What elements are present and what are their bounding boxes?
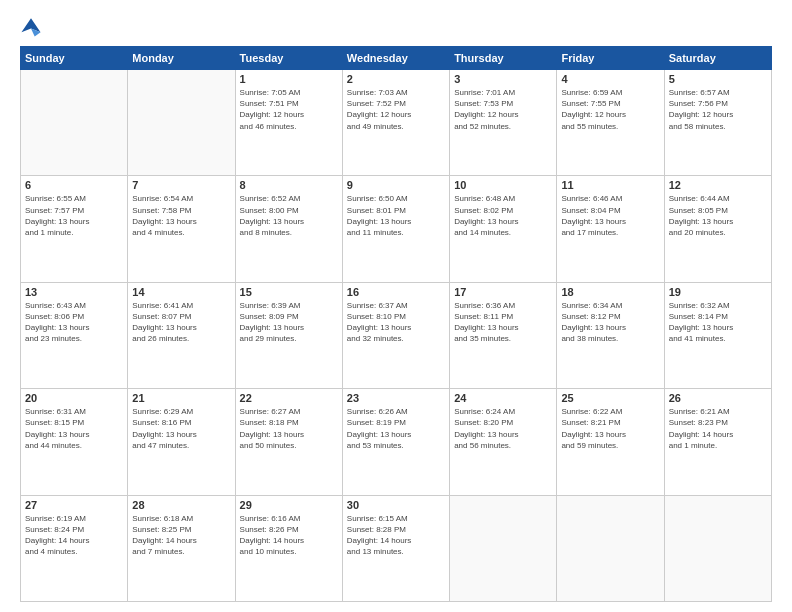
calendar-cell: 17Sunrise: 6:36 AM Sunset: 8:11 PM Dayli… xyxy=(450,282,557,388)
weekday-header-wednesday: Wednesday xyxy=(342,47,449,70)
header xyxy=(20,16,772,38)
day-number: 2 xyxy=(347,73,445,85)
day-info: Sunrise: 6:57 AM Sunset: 7:56 PM Dayligh… xyxy=(669,87,767,132)
day-number: 17 xyxy=(454,286,552,298)
day-info: Sunrise: 6:16 AM Sunset: 8:26 PM Dayligh… xyxy=(240,513,338,558)
day-info: Sunrise: 6:59 AM Sunset: 7:55 PM Dayligh… xyxy=(561,87,659,132)
calendar-cell: 13Sunrise: 6:43 AM Sunset: 8:06 PM Dayli… xyxy=(21,282,128,388)
calendar-cell: 12Sunrise: 6:44 AM Sunset: 8:05 PM Dayli… xyxy=(664,176,771,282)
day-number: 4 xyxy=(561,73,659,85)
day-info: Sunrise: 6:24 AM Sunset: 8:20 PM Dayligh… xyxy=(454,406,552,451)
day-info: Sunrise: 6:41 AM Sunset: 8:07 PM Dayligh… xyxy=(132,300,230,345)
day-number: 25 xyxy=(561,392,659,404)
week-row-5: 27Sunrise: 6:19 AM Sunset: 8:24 PM Dayli… xyxy=(21,495,772,601)
svg-marker-0 xyxy=(21,18,40,32)
day-number: 7 xyxy=(132,179,230,191)
calendar-cell xyxy=(664,495,771,601)
calendar-cell: 26Sunrise: 6:21 AM Sunset: 8:23 PM Dayli… xyxy=(664,389,771,495)
calendar-cell: 21Sunrise: 6:29 AM Sunset: 8:16 PM Dayli… xyxy=(128,389,235,495)
calendar-cell: 14Sunrise: 6:41 AM Sunset: 8:07 PM Dayli… xyxy=(128,282,235,388)
week-row-4: 20Sunrise: 6:31 AM Sunset: 8:15 PM Dayli… xyxy=(21,389,772,495)
calendar-table: SundayMondayTuesdayWednesdayThursdayFrid… xyxy=(20,46,772,602)
day-number: 29 xyxy=(240,499,338,511)
calendar-cell: 6Sunrise: 6:55 AM Sunset: 7:57 PM Daylig… xyxy=(21,176,128,282)
day-number: 1 xyxy=(240,73,338,85)
day-number: 15 xyxy=(240,286,338,298)
day-number: 3 xyxy=(454,73,552,85)
calendar-cell: 10Sunrise: 6:48 AM Sunset: 8:02 PM Dayli… xyxy=(450,176,557,282)
day-info: Sunrise: 6:36 AM Sunset: 8:11 PM Dayligh… xyxy=(454,300,552,345)
calendar-cell: 9Sunrise: 6:50 AM Sunset: 8:01 PM Daylig… xyxy=(342,176,449,282)
calendar-cell xyxy=(450,495,557,601)
day-number: 28 xyxy=(132,499,230,511)
calendar-cell: 3Sunrise: 7:01 AM Sunset: 7:53 PM Daylig… xyxy=(450,70,557,176)
day-number: 11 xyxy=(561,179,659,191)
calendar-cell: 5Sunrise: 6:57 AM Sunset: 7:56 PM Daylig… xyxy=(664,70,771,176)
day-info: Sunrise: 6:50 AM Sunset: 8:01 PM Dayligh… xyxy=(347,193,445,238)
calendar-cell: 20Sunrise: 6:31 AM Sunset: 8:15 PM Dayli… xyxy=(21,389,128,495)
calendar-cell: 15Sunrise: 6:39 AM Sunset: 8:09 PM Dayli… xyxy=(235,282,342,388)
day-info: Sunrise: 6:55 AM Sunset: 7:57 PM Dayligh… xyxy=(25,193,123,238)
day-number: 13 xyxy=(25,286,123,298)
calendar-cell xyxy=(557,495,664,601)
day-number: 16 xyxy=(347,286,445,298)
calendar-cell: 23Sunrise: 6:26 AM Sunset: 8:19 PM Dayli… xyxy=(342,389,449,495)
day-number: 20 xyxy=(25,392,123,404)
day-info: Sunrise: 6:18 AM Sunset: 8:25 PM Dayligh… xyxy=(132,513,230,558)
calendar-cell: 1Sunrise: 7:05 AM Sunset: 7:51 PM Daylig… xyxy=(235,70,342,176)
calendar-cell: 18Sunrise: 6:34 AM Sunset: 8:12 PM Dayli… xyxy=(557,282,664,388)
day-info: Sunrise: 7:01 AM Sunset: 7:53 PM Dayligh… xyxy=(454,87,552,132)
day-info: Sunrise: 6:39 AM Sunset: 8:09 PM Dayligh… xyxy=(240,300,338,345)
day-info: Sunrise: 6:43 AM Sunset: 8:06 PM Dayligh… xyxy=(25,300,123,345)
day-info: Sunrise: 6:22 AM Sunset: 8:21 PM Dayligh… xyxy=(561,406,659,451)
day-info: Sunrise: 6:26 AM Sunset: 8:19 PM Dayligh… xyxy=(347,406,445,451)
day-number: 26 xyxy=(669,392,767,404)
day-number: 27 xyxy=(25,499,123,511)
calendar-cell: 27Sunrise: 6:19 AM Sunset: 8:24 PM Dayli… xyxy=(21,495,128,601)
day-number: 12 xyxy=(669,179,767,191)
day-number: 5 xyxy=(669,73,767,85)
day-number: 30 xyxy=(347,499,445,511)
logo-icon xyxy=(20,16,42,38)
calendar-cell: 28Sunrise: 6:18 AM Sunset: 8:25 PM Dayli… xyxy=(128,495,235,601)
day-info: Sunrise: 6:32 AM Sunset: 8:14 PM Dayligh… xyxy=(669,300,767,345)
day-number: 19 xyxy=(669,286,767,298)
week-row-3: 13Sunrise: 6:43 AM Sunset: 8:06 PM Dayli… xyxy=(21,282,772,388)
day-info: Sunrise: 6:15 AM Sunset: 8:28 PM Dayligh… xyxy=(347,513,445,558)
day-info: Sunrise: 6:31 AM Sunset: 8:15 PM Dayligh… xyxy=(25,406,123,451)
day-number: 6 xyxy=(25,179,123,191)
page: SundayMondayTuesdayWednesdayThursdayFrid… xyxy=(0,0,792,612)
calendar-cell: 19Sunrise: 6:32 AM Sunset: 8:14 PM Dayli… xyxy=(664,282,771,388)
calendar-cell xyxy=(21,70,128,176)
day-info: Sunrise: 6:44 AM Sunset: 8:05 PM Dayligh… xyxy=(669,193,767,238)
weekday-header-thursday: Thursday xyxy=(450,47,557,70)
weekday-header-sunday: Sunday xyxy=(21,47,128,70)
day-info: Sunrise: 6:21 AM Sunset: 8:23 PM Dayligh… xyxy=(669,406,767,451)
calendar-cell xyxy=(128,70,235,176)
day-info: Sunrise: 6:37 AM Sunset: 8:10 PM Dayligh… xyxy=(347,300,445,345)
weekday-header-monday: Monday xyxy=(128,47,235,70)
day-info: Sunrise: 7:05 AM Sunset: 7:51 PM Dayligh… xyxy=(240,87,338,132)
weekday-header-row: SundayMondayTuesdayWednesdayThursdayFrid… xyxy=(21,47,772,70)
day-number: 18 xyxy=(561,286,659,298)
calendar-cell: 7Sunrise: 6:54 AM Sunset: 7:58 PM Daylig… xyxy=(128,176,235,282)
weekday-header-friday: Friday xyxy=(557,47,664,70)
day-number: 8 xyxy=(240,179,338,191)
day-info: Sunrise: 6:54 AM Sunset: 7:58 PM Dayligh… xyxy=(132,193,230,238)
weekday-header-saturday: Saturday xyxy=(664,47,771,70)
day-info: Sunrise: 6:19 AM Sunset: 8:24 PM Dayligh… xyxy=(25,513,123,558)
day-info: Sunrise: 6:52 AM Sunset: 8:00 PM Dayligh… xyxy=(240,193,338,238)
day-number: 14 xyxy=(132,286,230,298)
day-number: 22 xyxy=(240,392,338,404)
day-info: Sunrise: 6:29 AM Sunset: 8:16 PM Dayligh… xyxy=(132,406,230,451)
logo xyxy=(20,16,46,38)
calendar-cell: 11Sunrise: 6:46 AM Sunset: 8:04 PM Dayli… xyxy=(557,176,664,282)
day-info: Sunrise: 6:48 AM Sunset: 8:02 PM Dayligh… xyxy=(454,193,552,238)
day-info: Sunrise: 7:03 AM Sunset: 7:52 PM Dayligh… xyxy=(347,87,445,132)
calendar-cell: 29Sunrise: 6:16 AM Sunset: 8:26 PM Dayli… xyxy=(235,495,342,601)
day-info: Sunrise: 6:34 AM Sunset: 8:12 PM Dayligh… xyxy=(561,300,659,345)
calendar-cell: 24Sunrise: 6:24 AM Sunset: 8:20 PM Dayli… xyxy=(450,389,557,495)
day-number: 23 xyxy=(347,392,445,404)
calendar-cell: 30Sunrise: 6:15 AM Sunset: 8:28 PM Dayli… xyxy=(342,495,449,601)
week-row-1: 1Sunrise: 7:05 AM Sunset: 7:51 PM Daylig… xyxy=(21,70,772,176)
